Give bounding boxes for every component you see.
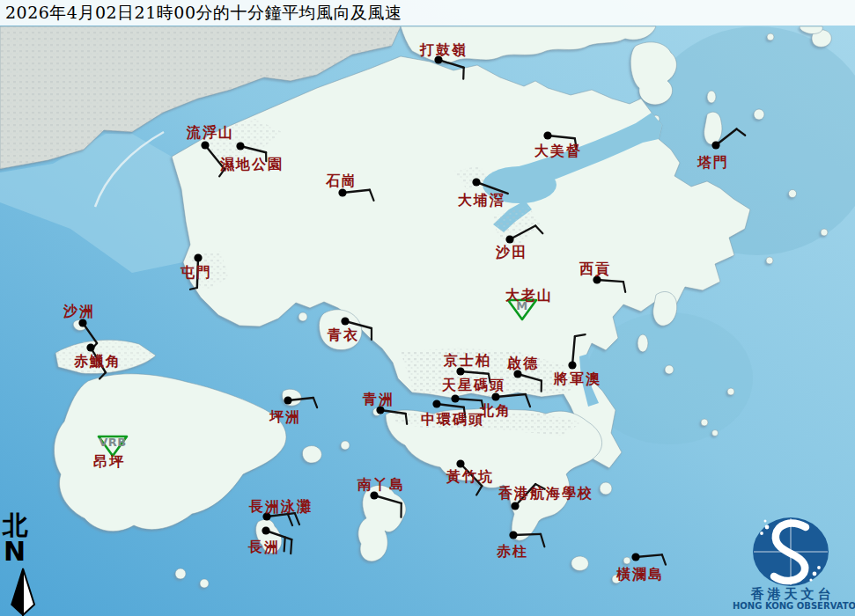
station-label-sha-tin: 沙田	[495, 244, 527, 260]
station-label-tai-mei-tuk: 大美督	[534, 143, 582, 159]
station-dot	[78, 319, 86, 326]
station-dot	[451, 394, 459, 402]
station-dot	[711, 141, 719, 149]
land-tap-mun-north	[707, 91, 716, 103]
station-dot	[509, 531, 517, 539]
station-label-cheung-chau-beach: 長洲泳灘	[248, 498, 313, 515]
station-dot	[432, 400, 440, 407]
land-ne-islet-5	[766, 257, 773, 264]
symbol-text: VRB	[99, 436, 126, 449]
station-dot	[341, 317, 349, 325]
land-peng-chau	[282, 389, 301, 406]
land-tung-lung	[600, 482, 612, 495]
wind-barb-tick	[284, 537, 285, 551]
station-dot	[631, 553, 639, 561]
land-soko-2	[200, 579, 209, 588]
station-label-sai-kung: 西貢	[579, 260, 611, 277]
station-label-kings-park: 京士柏	[443, 352, 491, 369]
hko-wind-map-screen: 打鼓嶺流浮山濕地公園石崗大美督塔門大埔滘沙田屯門西貢M大老山沙洲赤鱲角青衣京士柏…	[0, 0, 855, 616]
station-label-sha-chau: 沙洲	[63, 303, 95, 319]
land-tap-mun	[704, 112, 722, 144]
station-dot	[543, 131, 551, 139]
wind-barb-tick	[291, 539, 291, 554]
station-dot	[194, 253, 202, 261]
station-dot	[236, 142, 244, 150]
land-ne-islet-3	[789, 190, 797, 198]
station-label-kai-tak: 啟德	[506, 355, 539, 371]
land-sharp-island	[638, 334, 648, 352]
station-label-wong-chuk-hang: 黃竹坑	[446, 468, 494, 485]
land-ma-wan	[299, 312, 307, 321]
station-label-hk-sea-school: 香港航海學校	[498, 485, 593, 502]
wind-barb-tick	[406, 414, 407, 424]
land-jin-island	[665, 365, 674, 374]
land-waglan	[623, 557, 630, 564]
station-label-stanley: 赤柱	[496, 543, 528, 560]
station-dot	[86, 343, 94, 351]
station-dot	[262, 526, 269, 534]
land-ninepin-1	[701, 419, 708, 426]
station-label-tsing-yi: 青衣	[327, 326, 359, 343]
station-label-ngong-ping: 昂坪	[93, 453, 125, 470]
station-label-lau-fau-shan: 流浮山	[186, 124, 234, 141]
station-dot	[511, 502, 519, 510]
map-title: 2026年4月02日21時00分的十分鐘平均風向及風速	[0, 0, 855, 26]
land-soko-1	[175, 568, 186, 579]
station-dot	[472, 178, 480, 186]
land-ninepin-2	[712, 430, 719, 436]
station-dot	[201, 141, 209, 149]
station-dot	[505, 235, 513, 243]
land-port-island	[754, 109, 764, 120]
station-label-star-ferry: 天星碼頭	[441, 377, 505, 393]
station-label-green-island: 青洲	[362, 391, 394, 407]
compass-north-hanzi: 北	[3, 512, 28, 539]
station-label-central-pier: 中環碼頭	[421, 411, 484, 428]
station-label-peng-chau: 坪洲	[269, 408, 301, 425]
station-label-tseung-kwan-o: 將軍澳	[553, 370, 601, 387]
station-label-tai-po-kau: 大埔滘	[458, 192, 505, 209]
land-hei-ling-chau	[302, 446, 321, 464]
hk-wind-map: 打鼓嶺流浮山濕地公園石崗大美督塔門大埔滘沙田屯門西貢M大老山沙洲赤鱲角青衣京士柏…	[0, 0, 855, 616]
station-label-shek-kong: 石崗	[325, 172, 357, 189]
station-dot	[491, 392, 499, 400]
station-dot	[284, 396, 291, 404]
land-po-toi	[571, 556, 589, 570]
station-dot	[338, 188, 346, 196]
hko-logo-text-en: HONG KONG OBSERVATORY	[733, 601, 855, 611]
station-label-lamma-island: 南丫島	[357, 476, 405, 493]
station-dot	[568, 361, 576, 369]
wind-barb-staff	[513, 534, 541, 535]
station-label-ta-kwu-ling: 打鼓嶺	[419, 41, 468, 58]
land-ne-islet-1	[767, 33, 774, 40]
station-label-tuen-mun: 屯門	[180, 264, 212, 281]
land-ne-islet-4	[821, 229, 828, 236]
station-label-cheung-chau: 長洲	[247, 539, 280, 555]
station-label-tap-mun: 塔門	[697, 154, 729, 171]
land-basalt	[727, 388, 734, 395]
compass-north-letter: N	[4, 538, 26, 566]
station-dot	[456, 459, 464, 467]
station-label-tates-cairn: 大老山	[505, 287, 553, 304]
station-label-waglan-island: 橫瀾島	[615, 566, 664, 583]
station-label-wetland-park: 濕地公園	[219, 156, 284, 172]
land-kau-yi-chau	[341, 441, 350, 450]
station-ngong-ping: VRB昂坪	[93, 436, 127, 470]
station-label-chek-lap-kok: 赤鱲角	[73, 353, 122, 370]
hko-logo	[753, 517, 829, 586]
